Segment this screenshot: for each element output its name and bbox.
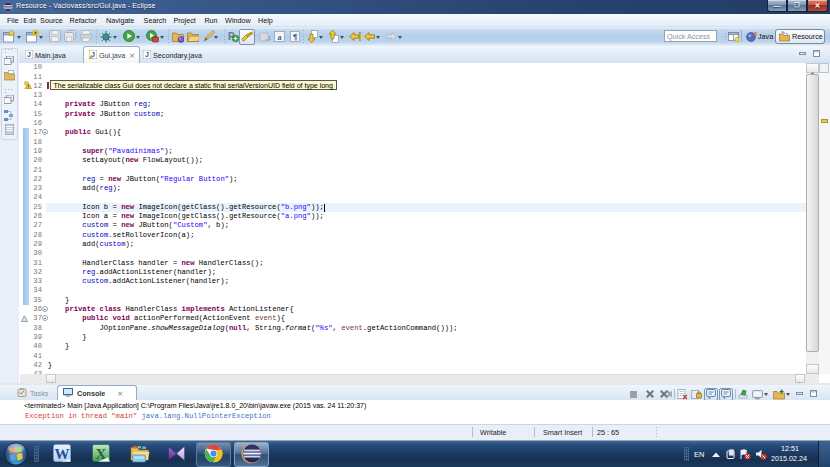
svg-text:J: J xyxy=(27,51,31,58)
svg-text:J: J xyxy=(754,31,757,37)
svg-text:J: J xyxy=(91,51,95,58)
svg-text:a: a xyxy=(277,33,281,42)
svg-text:¶: ¶ xyxy=(292,32,297,42)
svg-text:J: J xyxy=(145,51,149,58)
svg-text:W: W xyxy=(55,446,70,462)
